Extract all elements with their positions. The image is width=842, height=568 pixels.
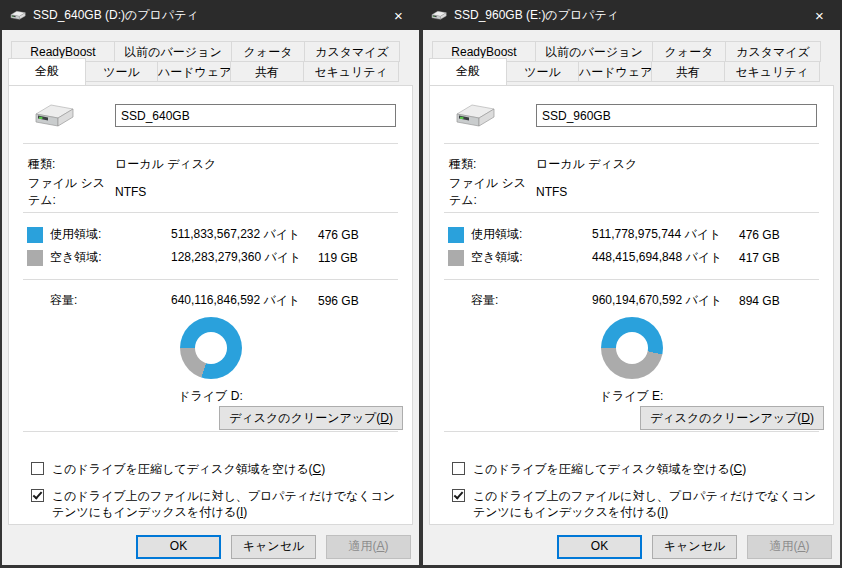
checkbox-unchecked[interactable] [31, 462, 44, 475]
general-tab-page: 種類: ローカル ディスク ファイル システム: NTFS 使用領域: 511,… [8, 85, 413, 525]
type-value: ローカル ディスク [115, 156, 216, 173]
filesystem-label: ファイル システム: [449, 175, 536, 209]
window-title: SSD_960GB (E:)のプロパティ [454, 7, 619, 24]
usage-donut-chart [601, 317, 663, 379]
properties-window-d: SSD_640GB (D:)のプロパティ × 種類: ローカル ディスク [0, 0, 421, 568]
tab-sharing[interactable]: 共有 [651, 61, 725, 82]
free-space-row: 空き領域: 448,415,694,848 バイト 417 GB [446, 246, 817, 269]
cancel-button[interactable]: キャンセル [652, 535, 737, 559]
drive-letter-label: ドライブ D: [9, 388, 412, 405]
capacity-gb: 894 GB [739, 294, 817, 308]
disk-cleanup-button[interactable]: ディスクのクリーンアップ(D) [219, 406, 403, 430]
tab-security[interactable]: セキュリティ [724, 61, 820, 82]
used-legend-swatch [448, 227, 464, 243]
tab-customize[interactable]: カスタマイズ [725, 41, 821, 62]
free-legend-swatch [27, 250, 43, 266]
volume-label-input[interactable] [115, 104, 396, 127]
index-contents-checkbox[interactable]: このドライブ上のファイルに対し、プロパティだけでなくコンテンツにもインデックスを… [31, 488, 396, 520]
tab-previous-versions[interactable]: 以前のバージョン [535, 41, 653, 62]
divider [23, 279, 398, 280]
filesystem-value: NTFS [536, 185, 567, 199]
usage-chart-section: ドライブ D: ディスクのクリーンアップ(D) [9, 317, 412, 431]
checkbox-checked[interactable] [31, 489, 44, 502]
close-icon[interactable]: × [797, 0, 842, 30]
tab-quota[interactable]: クォータ [652, 41, 726, 62]
free-label: 空き領域: [471, 249, 592, 266]
capacity-bytes: 640,116,846,592 バイト [171, 292, 318, 309]
free-bytes: 128,283,279,360 バイト [171, 249, 318, 266]
drive-icon [430, 9, 447, 22]
tab-hardware[interactable]: ハードウェア [157, 61, 231, 82]
divider [444, 431, 819, 432]
tab-quota[interactable]: クォータ [231, 41, 305, 62]
type-label: 種類: [449, 156, 536, 173]
dialog-body: 種類: ローカル ディスク ファイル システム: NTFS 使用領域: 511,… [2, 30, 419, 565]
capacity-gb: 596 GB [318, 294, 396, 308]
free-gb: 119 GB [318, 251, 396, 265]
apply-button: 適用(A) [747, 535, 832, 559]
compress-drive-checkbox[interactable]: このドライブを圧縮してディスク領域を空ける(C) [452, 461, 817, 477]
used-label: 使用領域: [50, 226, 171, 243]
tab-tools[interactable]: ツール [85, 61, 158, 82]
used-gb: 476 GB [318, 228, 396, 242]
close-icon[interactable]: × [376, 0, 421, 30]
free-label: 空き領域: [50, 249, 171, 266]
cancel-button[interactable]: キャンセル [231, 535, 316, 559]
capacity-bytes: 960,194,670,592 バイト [592, 292, 739, 309]
free-gb: 417 GB [739, 251, 817, 265]
index-contents-checkbox[interactable]: このドライブ上のファイルに対し、プロパティだけでなくコンテンツにもインデックスを… [452, 488, 817, 520]
capacity-row: 容量: 640,116,846,592 バイト 596 GB [25, 289, 396, 312]
used-bytes: 511,833,567,232 バイト [171, 226, 318, 243]
index-contents-label: このドライブ上のファイルに対し、プロパティだけでなくコンテンツにもインデックスを… [473, 488, 817, 520]
tab-security[interactable]: セキュリティ [303, 61, 399, 82]
compress-drive-checkbox[interactable]: このドライブを圧縮してディスク領域を空ける(C) [31, 461, 396, 477]
used-space-row: 使用領域: 511,833,567,232 バイト 476 GB [25, 223, 396, 246]
tab-general[interactable]: 全般 [429, 58, 507, 85]
free-legend-swatch [448, 250, 464, 266]
used-bytes: 511,778,975,744 バイト [592, 226, 739, 243]
free-space-row: 空き領域: 128,283,279,360 バイト 119 GB [25, 246, 396, 269]
dialog-footer: OK キャンセル 適用(A) [557, 535, 832, 559]
free-bytes: 448,415,694,848 バイト [592, 249, 739, 266]
general-tab-page: 種類: ローカル ディスク ファイル システム: NTFS 使用領域: 511,… [429, 85, 834, 525]
compress-drive-label: このドライブを圧縮してディスク領域を空ける(C) [52, 461, 325, 477]
tab-sharing[interactable]: 共有 [230, 61, 304, 82]
type-label: 種類: [28, 156, 115, 173]
tab-strip: ReadyBoost 以前のバージョン クォータ カスタマイズ 全般 ツール ハ… [429, 41, 820, 85]
compress-drive-label: このドライブを圧縮してディスク領域を空ける(C) [473, 461, 746, 477]
index-contents-label: このドライブ上のファイルに対し、プロパティだけでなくコンテンツにもインデックスを… [52, 488, 396, 520]
ok-button[interactable]: OK [136, 535, 221, 559]
used-legend-swatch [27, 227, 43, 243]
type-value: ローカル ディスク [536, 156, 637, 173]
titlebar: SSD_640GB (D:)のプロパティ × [0, 0, 421, 30]
checkbox-unchecked[interactable] [452, 462, 465, 475]
tab-strip: ReadyBoost 以前のバージョン クォータ カスタマイズ 全般 ツール ハ… [8, 41, 399, 85]
disk-cleanup-button[interactable]: ディスクのクリーンアップ(D) [640, 406, 824, 430]
capacity-label: 容量: [471, 292, 592, 309]
drive-icon [31, 101, 75, 131]
used-space-row: 使用領域: 511,778,975,744 バイト 476 GB [446, 223, 817, 246]
dialog-footer: OK キャンセル 適用(A) [136, 535, 411, 559]
used-gb: 476 GB [739, 228, 817, 242]
properties-window-e: SSD_960GB (E:)のプロパティ × 種類: ローカル ディスク [421, 0, 842, 568]
tab-previous-versions[interactable]: 以前のバージョン [114, 41, 232, 62]
usage-chart-section: ドライブ E: ディスクのクリーンアップ(D) [430, 317, 833, 431]
tab-hardware[interactable]: ハードウェア [578, 61, 652, 82]
checkbox-checked[interactable] [452, 489, 465, 502]
apply-button: 適用(A) [326, 535, 411, 559]
volume-label-input[interactable] [536, 104, 817, 127]
ok-button[interactable]: OK [557, 535, 642, 559]
filesystem-label: ファイル システム: [28, 175, 115, 209]
tab-tools[interactable]: ツール [506, 61, 579, 82]
window-title: SSD_640GB (D:)のプロパティ [33, 7, 199, 24]
tab-customize[interactable]: カスタマイズ [304, 41, 400, 62]
titlebar: SSD_960GB (E:)のプロパティ × [421, 0, 842, 30]
capacity-row: 容量: 960,194,670,592 バイト 894 GB [446, 289, 817, 312]
drive-letter-label: ドライブ E: [430, 388, 833, 405]
drive-icon [452, 101, 496, 131]
capacity-label: 容量: [50, 292, 171, 309]
dialog-body: 種類: ローカル ディスク ファイル システム: NTFS 使用領域: 511,… [423, 30, 840, 565]
divider [444, 279, 819, 280]
used-label: 使用領域: [471, 226, 592, 243]
tab-general[interactable]: 全般 [8, 58, 86, 85]
